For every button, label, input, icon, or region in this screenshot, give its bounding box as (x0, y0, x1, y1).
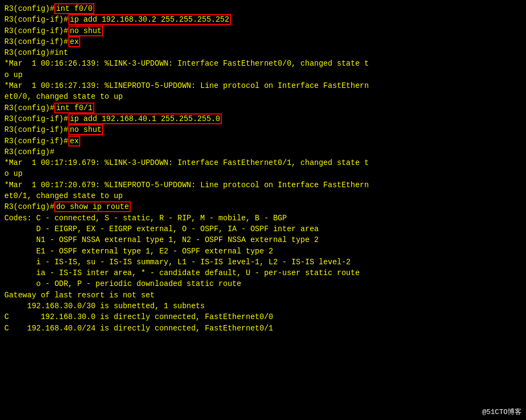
terminal-text: R3(config)#int (4, 48, 68, 57)
highlighted-command: ip add 192.168.40.1 255.255.255.0 (68, 113, 222, 124)
terminal-text: Gateway of last resort is not set (4, 291, 155, 300)
terminal-line: o - ODR, P - periodic downloaded static … (4, 278, 522, 289)
terminal-text: R3(config-if)# (4, 15, 68, 24)
terminal-text: 192.168.30.0/30 is subnetted, 1 subnets (4, 302, 205, 310)
terminal-text: R3(config-if)# (4, 27, 68, 35)
terminal-text: o up (4, 169, 23, 178)
terminal-text: R3(config)# (4, 4, 54, 13)
terminal-line: 192.168.30.0/30 is subnetted, 1 subnets (4, 301, 522, 311)
terminal-text: R3(config-if)# (4, 137, 68, 145)
terminal-text: i - IS-IS, su - IS-IS summary, L1 - IS-I… (4, 258, 351, 266)
terminal-text: et0/0, changed state to up (4, 92, 123, 101)
terminal-window: R3(config)#int f0/0R3(config-if)#ip add … (0, 0, 526, 420)
terminal-line: D - EIGRP, EX - EIGRP external, O - OSPF… (4, 224, 522, 234)
terminal-line: Gateway of last resort is not set (4, 290, 522, 301)
terminal-text: E1 - OSPF external type 1, E2 - OSPF ext… (4, 247, 273, 256)
terminal-line: E1 - OSPF external type 1, E2 - OSPF ext… (4, 246, 522, 257)
terminal-line: R3(config-if)#ip add 192.168.30.2 255.25… (4, 14, 522, 25)
terminal-line: *Mar 1 00:17:19.679: %LINK-3-UPDOWN: Int… (4, 157, 522, 168)
terminal-line: R3(config)#int f0/1 (4, 103, 522, 113)
terminal-line: R3(config-if)#no shut (4, 26, 522, 36)
terminal-text: R3(config)# (4, 202, 54, 211)
terminal-line: *Mar 1 00:17:20.679: %LINEPROTO-5-UPDOWN… (4, 180, 522, 190)
highlighted-command: int f0/1 (54, 103, 94, 113)
terminal-text: D - EIGRP, EX - EIGRP external, O - OSPF… (4, 225, 319, 233)
terminal-content: R3(config)#int f0/0R3(config-if)#ip add … (4, 3, 522, 334)
terminal-text: *Mar 1 00:17:19.679: %LINK-3-UPDOWN: Int… (4, 158, 369, 167)
terminal-line: C 192.168.30.0 is directly connected, Fa… (4, 311, 522, 322)
terminal-text: ia - IS-IS inter area, * - candidate def… (4, 269, 360, 277)
terminal-text: *Mar 1 00:16:27.139: %LINEPROTO-5-UPDOWN… (4, 81, 369, 90)
terminal-line: R3(config-if)#ip add 192.168.40.1 255.25… (4, 113, 522, 124)
terminal-line: R3(config)#do show ip route (4, 201, 522, 212)
terminal-line: C 192.168.40.0/24 is directly connected,… (4, 323, 522, 334)
terminal-text: N1 - OSPF NSSA external type 1, N2 - OSP… (4, 236, 319, 244)
terminal-text: o - ODR, P - periodic downloaded static … (4, 279, 241, 288)
highlighted-command: no shut (68, 124, 104, 135)
terminal-text: R3(config)# (4, 104, 54, 112)
terminal-text: *Mar 1 00:17:20.679: %LINEPROTO-5-UPDOWN… (4, 181, 369, 189)
highlighted-command: ip add 192.168.30.2 255.255.255.252 (68, 14, 231, 25)
terminal-line: et0/0, changed state to up (4, 91, 522, 102)
terminal-line: R3(config)# (4, 147, 522, 157)
terminal-line: Codes: C - connected, S - static, R - RI… (4, 213, 522, 224)
terminal-text: C 192.168.40.0/24 is directly connected,… (4, 324, 273, 333)
terminal-line: *Mar 1 00:16:27.139: %LINEPROTO-5-UPDOWN… (4, 80, 522, 91)
highlighted-command: int f0/0 (54, 3, 94, 14)
terminal-text: C 192.168.30.0 is directly connected, Fa… (4, 313, 273, 321)
terminal-line: et0/1, changed state to up (4, 190, 522, 201)
terminal-text: R3(config-if)# (4, 37, 68, 46)
terminal-line: R3(config-if)#ex (4, 36, 522, 47)
terminal-line: R3(config-if)#no shut (4, 124, 522, 135)
terminal-text: et0/1, changed state to up (4, 192, 123, 200)
terminal-line: o up (4, 168, 522, 179)
highlighted-command: no shut (68, 26, 104, 36)
terminal-line: R3(config)#int (4, 47, 522, 58)
terminal-line: *Mar 1 00:16:26.139: %LINK-3-UPDOWN: Int… (4, 58, 522, 69)
watermark: @51CTO博客 (482, 407, 522, 417)
highlighted-command: ex (68, 136, 81, 147)
terminal-line: i - IS-IS, su - IS-IS summary, L1 - IS-I… (4, 257, 522, 268)
terminal-text: R3(config-if)# (4, 125, 68, 134)
terminal-line: o up (4, 69, 522, 80)
terminal-text: o up (4, 71, 23, 79)
terminal-line: ia - IS-IS inter area, * - candidate def… (4, 268, 522, 278)
highlighted-command: do show ip route (54, 201, 130, 212)
highlighted-command: ex (68, 36, 81, 47)
terminal-line: N1 - OSPF NSSA external type 1, N2 - OSP… (4, 234, 522, 245)
terminal-text: R3(config)# (4, 148, 54, 156)
terminal-text: R3(config-if)# (4, 114, 68, 123)
terminal-text: *Mar 1 00:16:26.139: %LINK-3-UPDOWN: Int… (4, 59, 369, 68)
terminal-text: Codes: C - connected, S - static, R - RI… (4, 214, 287, 222)
terminal-line: R3(config)#int f0/0 (4, 3, 522, 14)
terminal-line: R3(config-if)#ex (4, 136, 522, 147)
